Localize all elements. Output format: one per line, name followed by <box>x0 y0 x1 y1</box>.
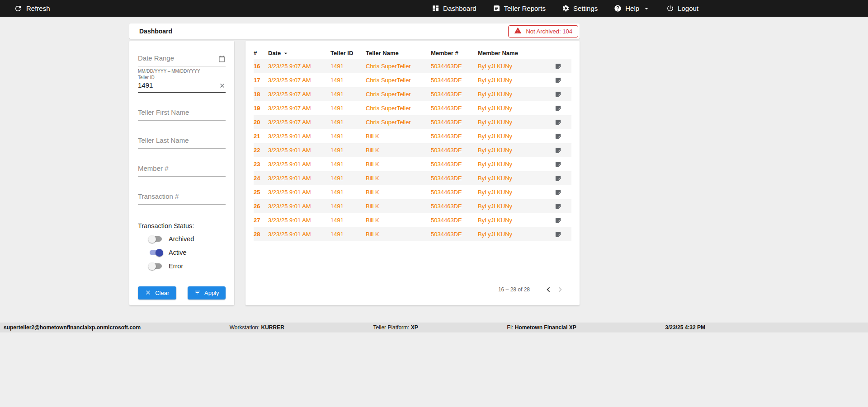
row-member-number-cell: 5034463DE <box>431 63 478 70</box>
nav-dashboard[interactable]: Dashboard <box>432 5 476 12</box>
row-date-cell: 3/23/25 9:07 AM <box>268 63 330 70</box>
teller-first-name-input[interactable] <box>138 107 226 120</box>
date-range-field[interactable] <box>138 52 226 66</box>
next-page-button[interactable] <box>554 284 566 295</box>
table-row[interactable]: 26 3/23/25 9:01 AM 1491 Bill K 5034463DE… <box>254 199 571 213</box>
row-teller-name-cell: Chris SuperTeller <box>366 63 431 70</box>
row-member-name-cell: ByLyJI KUNy <box>478 77 544 84</box>
row-member-number-cell: 5034463DE <box>431 203 478 210</box>
note-icon[interactable] <box>544 77 571 84</box>
apply-button[interactable]: Apply <box>188 286 226 299</box>
row-teller-name-cell: Bill K <box>366 175 431 182</box>
row-member-name-cell: ByLyJI KUNy <box>478 63 544 70</box>
note-icon[interactable] <box>544 161 571 168</box>
user-email: superteller2@hometownfinancialxp.onmicro… <box>4 324 141 331</box>
note-icon[interactable] <box>544 147 571 154</box>
note-icon[interactable] <box>544 203 571 210</box>
column-header-teller-id[interactable]: Teller ID <box>330 50 366 56</box>
clear-button-label: Clear <box>155 290 169 296</box>
refresh-icon <box>14 5 22 13</box>
note-icon[interactable] <box>544 231 571 238</box>
row-teller-id-cell: 1491 <box>330 175 366 182</box>
row-member-number-cell: 5034463DE <box>431 105 478 112</box>
table-row[interactable]: 16 3/23/25 9:07 AM 1491 Chris SuperTelle… <box>254 59 571 73</box>
table-body: 16 3/23/25 9:07 AM 1491 Chris SuperTelle… <box>254 59 571 241</box>
note-icon[interactable] <box>544 91 571 98</box>
nav-logout-label: Logout <box>678 5 698 12</box>
row-member-name-cell: ByLyJI KUNy <box>478 217 544 224</box>
page-header-bar: Dashboard Not Archived: 104 <box>129 23 580 39</box>
clear-button[interactable]: Clear <box>138 286 176 299</box>
chevron-down-icon <box>643 5 650 12</box>
teller-last-name-field[interactable] <box>138 135 226 149</box>
column-header-num[interactable]: # <box>254 50 268 56</box>
table-row[interactable]: 25 3/23/25 9:01 AM 1491 Bill K 5034463DE… <box>254 185 571 199</box>
row-number-cell: 17 <box>254 77 268 84</box>
teller-last-name-input[interactable] <box>138 135 226 148</box>
column-header-teller-name[interactable]: Teller Name <box>366 50 431 56</box>
row-number-cell: 27 <box>254 217 268 224</box>
row-date-cell: 3/23/25 9:07 AM <box>268 105 330 112</box>
row-member-name-cell: ByLyJI KUNy <box>478 231 544 238</box>
row-teller-name-cell: Chris SuperTeller <box>366 91 431 98</box>
row-member-number-cell: 5034463DE <box>431 77 478 84</box>
row-date-cell: 3/23/25 9:01 AM <box>268 175 330 182</box>
pagination: 16 – 28 of 28 <box>254 284 571 300</box>
row-member-name-cell: ByLyJI KUNy <box>478 133 544 140</box>
nav-dashboard-label: Dashboard <box>443 5 476 12</box>
row-member-name-cell: ByLyJI KUNy <box>478 189 544 196</box>
table-row[interactable]: 28 3/23/25 9:01 AM 1491 Bill K 5034463DE… <box>254 227 571 241</box>
row-teller-id-cell: 1491 <box>330 77 366 84</box>
table-row[interactable]: 24 3/23/25 9:01 AM 1491 Bill K 5034463DE… <box>254 171 571 185</box>
nav-settings-label: Settings <box>573 5 598 12</box>
nav-settings[interactable]: Settings <box>562 5 598 12</box>
active-toggle[interactable] <box>150 250 162 255</box>
nav-logout[interactable]: Logout <box>666 5 698 12</box>
note-icon[interactable] <box>544 63 571 70</box>
row-number-cell: 26 <box>254 203 268 210</box>
error-toggle[interactable] <box>150 263 162 269</box>
table-row[interactable]: 20 3/23/25 9:07 AM 1491 Chris SuperTelle… <box>254 115 571 129</box>
row-member-number-cell: 5034463DE <box>431 217 478 224</box>
archived-toggle-label: Archived <box>169 235 194 243</box>
transaction-number-field[interactable] <box>138 191 226 205</box>
nav-teller-reports[interactable]: Teller Reports <box>493 5 546 12</box>
note-icon[interactable] <box>544 217 571 224</box>
column-header-date[interactable]: Date <box>268 50 330 57</box>
previous-page-button[interactable] <box>542 284 554 295</box>
close-icon <box>145 289 151 297</box>
teller-first-name-field[interactable] <box>138 107 226 121</box>
table-row[interactable]: 22 3/23/25 9:01 AM 1491 Bill K 5034463DE… <box>254 143 571 157</box>
member-number-field[interactable] <box>138 163 226 177</box>
member-number-input[interactable] <box>138 163 226 176</box>
note-icon[interactable] <box>544 189 571 196</box>
teller-id-input[interactable] <box>138 80 226 92</box>
archived-toggle[interactable] <box>150 236 162 242</box>
row-teller-name-cell: Chris SuperTeller <box>366 105 431 112</box>
column-header-member-number[interactable]: Member # <box>431 50 478 56</box>
row-teller-name-cell: Bill K <box>366 133 431 140</box>
clear-teller-id-icon[interactable] <box>219 82 226 89</box>
teller-id-field[interactable] <box>138 80 226 93</box>
note-icon[interactable] <box>544 119 571 126</box>
table-row[interactable]: 19 3/23/25 9:07 AM 1491 Chris SuperTelle… <box>254 101 571 115</box>
note-icon[interactable] <box>544 175 571 182</box>
table-row[interactable]: 27 3/23/25 9:01 AM 1491 Bill K 5034463DE… <box>254 213 571 227</box>
date-range-input[interactable] <box>138 52 226 66</box>
date-range-hint: MM/DD/YYYY – MM/DD/YYYY <box>138 69 226 74</box>
table-row[interactable]: 17 3/23/25 9:07 AM 1491 Chris SuperTelle… <box>254 73 571 87</box>
note-icon[interactable] <box>544 133 571 140</box>
note-icon[interactable] <box>544 105 571 112</box>
row-member-name-cell: ByLyJI KUNy <box>478 175 544 182</box>
nav-help[interactable]: Help <box>614 5 650 12</box>
column-header-member-name[interactable]: Member Name <box>478 50 544 56</box>
table-row[interactable]: 23 3/23/25 9:01 AM 1491 Bill K 5034463DE… <box>254 157 571 171</box>
transaction-number-input[interactable] <box>138 191 226 204</box>
table-row[interactable]: 18 3/23/25 9:07 AM 1491 Chris SuperTelle… <box>254 87 571 101</box>
refresh-button[interactable]: Refresh <box>14 5 50 13</box>
row-teller-name-cell: Bill K <box>366 231 431 238</box>
not-archived-badge[interactable]: Not Archived: 104 <box>508 25 578 37</box>
row-teller-name-cell: Chris SuperTeller <box>366 77 431 84</box>
calendar-icon[interactable] <box>218 55 226 63</box>
table-row[interactable]: 21 3/23/25 9:01 AM 1491 Bill K 5034463DE… <box>254 129 571 143</box>
